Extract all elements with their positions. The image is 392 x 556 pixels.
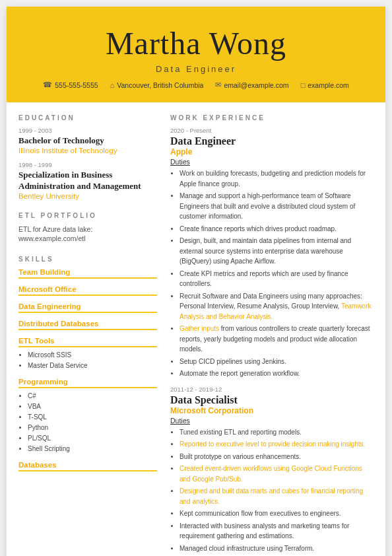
- skill-item-tsql: T-SQL: [28, 412, 157, 423]
- duty-apple-1: Work on building forecasts, budgeting an…: [180, 168, 374, 189]
- duty-ms-2: Reported to executive level to provide d…: [180, 439, 374, 450]
- duty-ms-8: Managed cloud infrastructure using Terra…: [180, 543, 374, 554]
- skill-name-data-engineering: Data Engineering: [18, 302, 157, 310]
- phone-number: 555-555-5555: [55, 81, 98, 89]
- skill-item-plsql: PL/SQL: [28, 433, 157, 444]
- highlight-teamwork: Teamwork Analysis and Behavior Analysis.: [180, 302, 372, 320]
- skill-item-vba: VBA: [28, 401, 157, 412]
- skill-item-python: Python: [28, 423, 157, 433]
- etl-link-text: ETL for Azure data lake: www.example.com…: [18, 225, 157, 244]
- contact-bar: ☎ 555-555-5555 ⌂ Vancouver, British Colu…: [20, 81, 372, 94]
- highlight-cloud: Created event-driven workflows using Goo…: [180, 465, 362, 483]
- edu-date-1: 1999 - 2003: [18, 127, 157, 134]
- job-microsoft-duties-list: Tuned existing ETL and reporting models.…: [170, 427, 374, 554]
- location-icon: ⌂: [110, 81, 115, 89]
- job-apple-company: Apple: [170, 147, 374, 156]
- duty-ms-5: Designed and built data marts and cubes …: [180, 486, 374, 506]
- skill-items-programming: C# VBA T-SQL Python PL/SQL Shell Scripti…: [18, 391, 157, 454]
- skill-programming: Programming C# VBA T-SQL Python PL/SQL S…: [18, 378, 157, 454]
- job-microsoft: 2011-12 - 2019-12 Data Specialist Micros…: [170, 386, 374, 554]
- resume-header: Martha Wong Data Engineer ☎ 555-555-5555…: [7, 7, 385, 102]
- skill-data-engineering: Data Engineering: [18, 302, 157, 313]
- edu-entry-2: 1998 - 1999 Specialization in Business A…: [18, 161, 157, 200]
- left-column: EDUCATION 1999 - 2003 Bachelor of Techno…: [18, 114, 157, 556]
- skill-name-etl-tools: ETL Tools: [18, 337, 157, 345]
- candidate-title: Data Engineer: [20, 64, 372, 74]
- skill-name-databases: Databases: [18, 461, 157, 469]
- highlight-datamarts: Designed and built data marts and cubes …: [180, 487, 363, 505]
- duty-ms-3: Built prototype on various enhancements.: [180, 452, 374, 462]
- duty-ms-6: Kept communication flow from executives …: [180, 508, 374, 519]
- phone-icon: ☎: [43, 81, 52, 89]
- email-contact: ✉ email@example.com: [215, 81, 288, 89]
- job-apple-duties-label: Duties: [170, 158, 374, 166]
- duty-ms-4: Created event-driven workflows using Goo…: [180, 464, 374, 484]
- skill-item-shell: Shell Scripting: [28, 444, 157, 454]
- skill-bar-programming: [18, 387, 157, 388]
- resume-body: EDUCATION 1999 - 2003 Bachelor of Techno…: [7, 102, 385, 556]
- skill-name-team-building: Team Building: [18, 268, 157, 276]
- duty-apple-2: Manage and support a high-performance te…: [180, 191, 374, 222]
- job-apple-duties-list: Work on building forecasts, budgeting an…: [170, 168, 374, 379]
- skill-bar-etl-tools: [18, 346, 157, 347]
- skill-item-csharp: C#: [28, 391, 157, 401]
- edu-date-2: 1998 - 1999: [18, 161, 157, 168]
- job-microsoft-dates: 2011-12 - 2019-12: [170, 386, 374, 393]
- edu-school-2: Bentley University: [18, 192, 157, 200]
- phone-contact: ☎ 555-555-5555: [43, 81, 98, 89]
- skill-bar-distributed-databases: [18, 329, 157, 330]
- duty-apple-9: Automate the report generation workflow.: [180, 368, 374, 379]
- job-microsoft-company: Microsoft Corporation: [170, 406, 374, 415]
- skill-etl-tools: ETL Tools Microsoft SSIS Master Data Ser…: [18, 337, 157, 371]
- candidate-name: Martha Wong: [20, 25, 372, 61]
- website-icon: □: [301, 81, 306, 89]
- skills-section-title: SKILLS: [18, 256, 157, 263]
- skill-bar-data-engineering: [18, 312, 157, 313]
- skill-bar-microsoft-office: [18, 295, 157, 296]
- duty-ms-1: Tuned existing ETL and reporting models.: [180, 427, 374, 438]
- job-apple-dates: 2020 - Present: [170, 127, 374, 134]
- website-text: example.com: [308, 81, 348, 89]
- skill-bar-team-building: [18, 277, 157, 279]
- education-section-title: EDUCATION: [18, 114, 157, 122]
- edu-degree-1: Bachelor of Technology: [18, 135, 157, 147]
- etl-portfolio-section: ETL PORTFOLIO ETL for Azure data lake: w…: [18, 212, 157, 244]
- skill-bar-databases: [18, 470, 157, 471]
- etl-section-title: ETL PORTFOLIO: [18, 212, 157, 219]
- job-microsoft-title: Data Specialist: [170, 394, 374, 406]
- job-apple-title: Data Engineer: [170, 135, 374, 147]
- website-contact: □ example.com: [301, 81, 349, 89]
- duty-apple-3: Create finance reports which drives prod…: [180, 224, 374, 234]
- duty-apple-5: Create KPI metrics and reports which are…: [180, 269, 374, 289]
- edu-degree-2: Specialization in Business Administratio…: [18, 170, 157, 192]
- work-experience-title: WORK EXPERIENCE: [170, 114, 374, 122]
- highlight-reported: Reported to executive level to provide d…: [180, 440, 365, 448]
- skill-item-ssis: Microsoft SSIS: [28, 350, 157, 361]
- job-apple: 2020 - Present Data Engineer Apple Dutie…: [170, 127, 374, 379]
- skill-name-microsoft-office: Microsoft Office: [18, 285, 157, 293]
- location-contact: ⌂ Vancouver, British Columbia: [110, 81, 204, 89]
- education-section: EDUCATION 1999 - 2003 Bachelor of Techno…: [18, 114, 157, 200]
- duty-apple-6: Recruit Software and Data Engineers usin…: [180, 291, 374, 322]
- skills-section: SKILLS Team Building Microsoft Office Da…: [18, 256, 157, 471]
- duty-apple-8: Setup CICD pipelines using Jenkins.: [180, 357, 374, 367]
- skill-name-programming: Programming: [18, 378, 157, 386]
- duty-apple-4: Design, built, and maintain data pipelin…: [180, 236, 374, 267]
- skill-items-etl-tools: Microsoft SSIS Master Data Service: [18, 350, 157, 371]
- resume-container: Martha Wong Data Engineer ☎ 555-555-5555…: [7, 7, 385, 556]
- skill-databases: Databases: [18, 461, 157, 471]
- skill-team-building: Team Building: [18, 268, 157, 279]
- highlight-gather: Gather inputs: [180, 325, 219, 332]
- email-text: email@example.com: [224, 81, 288, 89]
- skill-distributed-databases: Distributed Databases: [18, 320, 157, 330]
- job-microsoft-duties-label: Duties: [170, 417, 374, 425]
- location-text: Vancouver, British Columbia: [117, 81, 203, 89]
- right-column: WORK EXPERIENCE 2020 - Present Data Engi…: [170, 114, 374, 556]
- edu-school-1: Illinois Institute of Technology: [18, 147, 157, 155]
- skill-name-distributed-databases: Distributed Databases: [18, 320, 157, 328]
- edu-entry-1: 1999 - 2003 Bachelor of Technology Illin…: [18, 127, 157, 155]
- duty-apple-7: Gather inputs from various controllers t…: [180, 324, 374, 355]
- email-icon: ✉: [215, 81, 221, 89]
- skill-item-mds: Master Data Service: [28, 361, 157, 371]
- skill-microsoft-office: Microsoft Office: [18, 285, 157, 296]
